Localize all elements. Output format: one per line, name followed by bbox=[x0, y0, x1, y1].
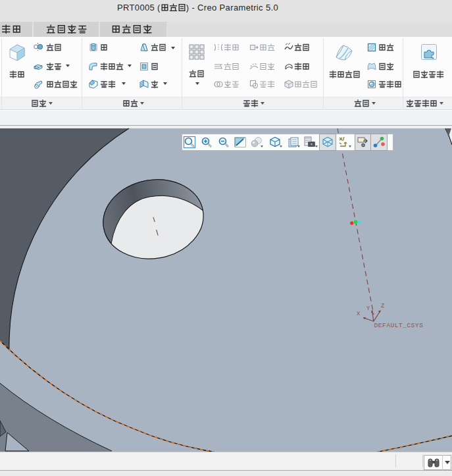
svg-text:Y: Y bbox=[366, 305, 370, 312]
svg-text:Z: Z bbox=[381, 303, 385, 309]
svg-text:X: X bbox=[357, 311, 361, 317]
svg-text:DEFAULT_CSYS: DEFAULT_CSYS bbox=[374, 322, 424, 329]
